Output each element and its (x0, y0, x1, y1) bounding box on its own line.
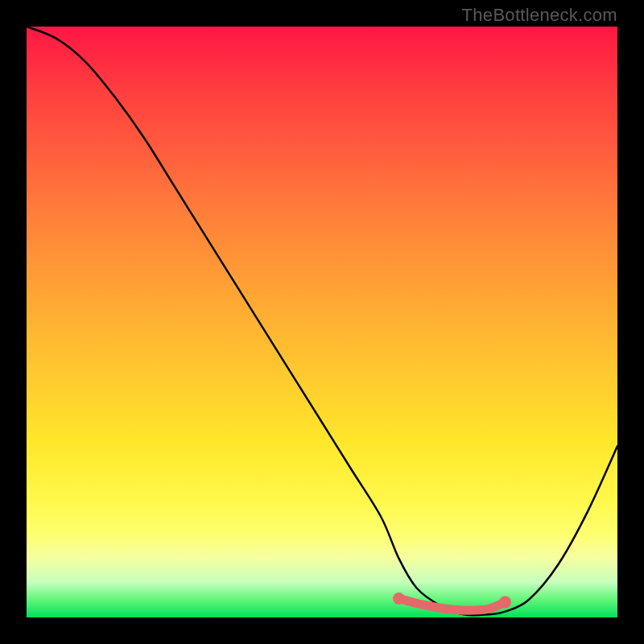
optimal-range-endpoint (393, 592, 405, 605)
optimal-range-line (398, 599, 505, 611)
optimal-range-endpoint (499, 596, 511, 608)
watermark-text: TheBottleneck.com (462, 5, 617, 26)
chart-frame: TheBottleneck.com (0, 0, 644, 644)
plot-area (27, 27, 617, 617)
bottleneck-curve (27, 27, 617, 615)
chart-svg (27, 27, 617, 617)
